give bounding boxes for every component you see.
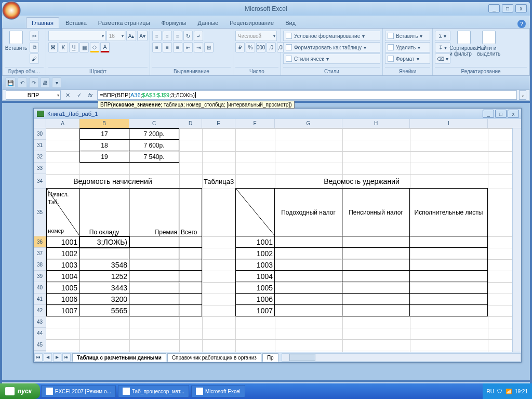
merge[interactable]: ⊞ — [204, 42, 214, 52]
formula-input[interactable]: =ВПР(ВПР(A36;$A$3:$J$9;3;ЛОЖЬ) ВПР(иском… — [97, 90, 517, 100]
task-1[interactable]: EXCEL2007 [Режим о... — [41, 385, 116, 397]
qat-undo[interactable]: ↶ — [18, 77, 27, 88]
row-header-46[interactable]: 46 — [34, 351, 46, 352]
row-header-35[interactable]: 35 — [34, 189, 46, 236]
fill-button[interactable]: ↧ ▾ — [435, 42, 450, 52]
sheet-nav-first[interactable]: ⏮ — [34, 353, 43, 362]
cell-B35[interactable]: По окладу — [79, 189, 129, 236]
cell-D39[interactable] — [179, 271, 202, 282]
cell-B31[interactable]: 18 — [79, 140, 129, 151]
paste-button[interactable]: Вставить — [5, 31, 28, 51]
currency-button[interactable]: ₽ — [235, 42, 245, 52]
inc-dec-button[interactable]: ,0 — [267, 42, 276, 52]
cell-F41[interactable]: 1006 — [235, 294, 275, 305]
cell-G40[interactable] — [275, 282, 342, 294]
cell-B36[interactable]: 3;ЛОЖЬ) — [79, 236, 129, 248]
wb-restore[interactable]: □ — [495, 110, 507, 118]
cell-H39[interactable] — [342, 271, 410, 282]
number-format-combo[interactable]: Числовой — [235, 31, 277, 41]
minimize-button[interactable]: _ — [488, 4, 500, 12]
col-header-B[interactable]: B — [79, 119, 129, 128]
shrink-font-button[interactable]: A▾ — [137, 31, 148, 41]
task-2[interactable]: Таб_процессор_мат... — [118, 385, 189, 397]
cell-F34[interactable]: Ведомость удержаний — [235, 174, 488, 189]
cell-B40[interactable]: 3443 — [79, 282, 129, 294]
cell-C38[interactable] — [129, 259, 179, 271]
wrap-text[interactable]: ⤶ — [194, 31, 203, 41]
tray-icon[interactable]: 🛡 — [497, 389, 502, 394]
cell-I38[interactable] — [410, 259, 488, 271]
qat-quickprint[interactable]: 🖶 — [41, 77, 50, 88]
align-right[interactable]: ≡ — [173, 42, 182, 52]
bold-button[interactable]: Ж — [48, 42, 58, 52]
workbook-titlebar[interactable]: Книга1_Лаб_раб_1 _ □ x — [34, 109, 521, 119]
cell-C35[interactable]: Премия — [129, 189, 179, 236]
cell-C30[interactable]: 7 200р. — [129, 128, 179, 140]
autosum-button[interactable]: Σ ▾ — [435, 31, 450, 41]
row-header-41[interactable]: 41 — [34, 294, 46, 305]
align-left[interactable]: ≡ — [152, 42, 162, 52]
enter-formula-button[interactable]: ✓ — [74, 90, 84, 100]
align-mid[interactable]: ≡ — [163, 31, 172, 41]
tab-layout[interactable]: Разметка страницы — [93, 18, 155, 28]
cell-A34[interactable]: Ведомость начислений — [46, 174, 179, 189]
row-header-43[interactable]: 43 — [34, 316, 46, 328]
cell-H35[interactable]: Пенсионный налог — [342, 189, 410, 236]
font-color-button[interactable]: A — [100, 42, 110, 52]
cell-F35[interactable] — [235, 189, 275, 236]
cell-C39[interactable] — [129, 271, 179, 282]
italic-button[interactable]: К — [59, 42, 68, 52]
cell-I40[interactable] — [410, 282, 488, 294]
cell-D37[interactable] — [179, 248, 202, 259]
wb-close[interactable]: x — [508, 110, 519, 118]
col-header-H[interactable]: H — [342, 119, 410, 128]
cell-I36[interactable] — [410, 236, 488, 248]
cell-F38[interactable]: 1003 — [235, 259, 275, 271]
cell-C37[interactable] — [129, 248, 179, 259]
cell-B42[interactable]: 5565 — [79, 305, 129, 316]
name-box[interactable]: ВПР — [6, 90, 61, 100]
cell-D34[interactable] — [179, 174, 202, 189]
fill-color-button[interactable]: ◇ — [90, 42, 99, 52]
cell-B37[interactable] — [79, 248, 129, 259]
column-headers[interactable]: ABCDEFGHI — [46, 119, 512, 128]
cell-D41[interactable] — [179, 294, 202, 305]
row-header-45[interactable]: 45 — [34, 339, 46, 351]
font-name-combo[interactable] — [48, 31, 105, 41]
cell-B38[interactable]: 3548 — [79, 259, 129, 271]
sheet-nav-next[interactable]: ▶ — [53, 353, 61, 362]
cell-H41[interactable] — [342, 294, 410, 305]
row-header-44[interactable]: 44 — [34, 328, 46, 339]
close-button[interactable]: x — [515, 4, 527, 12]
comma-button[interactable]: 000 — [256, 42, 265, 52]
cell-F37[interactable]: 1002 — [235, 248, 275, 259]
dec-indent[interactable]: ⇤ — [183, 42, 193, 52]
qat-dropdown[interactable]: ▾ — [52, 77, 61, 88]
align-center[interactable]: ≡ — [163, 42, 172, 52]
cell-D36[interactable] — [179, 236, 202, 248]
row-header-34[interactable]: 34 — [34, 174, 46, 189]
cells-grid[interactable]: 177 200р.187 600р.197 540р.Ведомость нач… — [46, 128, 512, 352]
cell-C41[interactable] — [129, 294, 179, 305]
percent-button[interactable]: % — [246, 42, 255, 52]
tab-data[interactable]: Данные — [192, 18, 223, 28]
system-tray[interactable]: RU 🛡 📶 19:21 — [483, 383, 532, 399]
cell-A41[interactable]: 1006 — [46, 294, 79, 305]
cell-D35[interactable]: Всего — [179, 189, 202, 236]
cut-button[interactable]: ✂ — [30, 31, 39, 41]
cell-I37[interactable] — [410, 248, 488, 259]
cell-B41[interactable]: 3200 — [79, 294, 129, 305]
restore-button[interactable]: □ — [502, 4, 513, 12]
row-header-37[interactable]: 37 — [34, 248, 46, 259]
cell-E34[interactable]: Таблица3 — [202, 174, 235, 189]
cell-B30[interactable]: 17 — [79, 128, 129, 140]
clock[interactable]: 19:21 — [515, 389, 528, 394]
cell-G37[interactable] — [275, 248, 342, 259]
cancel-formula-button[interactable]: ✕ — [63, 90, 72, 100]
cell-I39[interactable] — [410, 271, 488, 282]
cell-C42[interactable] — [129, 305, 179, 316]
cell-B39[interactable]: 1252 — [79, 271, 129, 282]
tab-insert[interactable]: Вставка — [60, 18, 92, 28]
cell-C40[interactable] — [129, 282, 179, 294]
align-bot[interactable]: ≡ — [173, 31, 182, 41]
